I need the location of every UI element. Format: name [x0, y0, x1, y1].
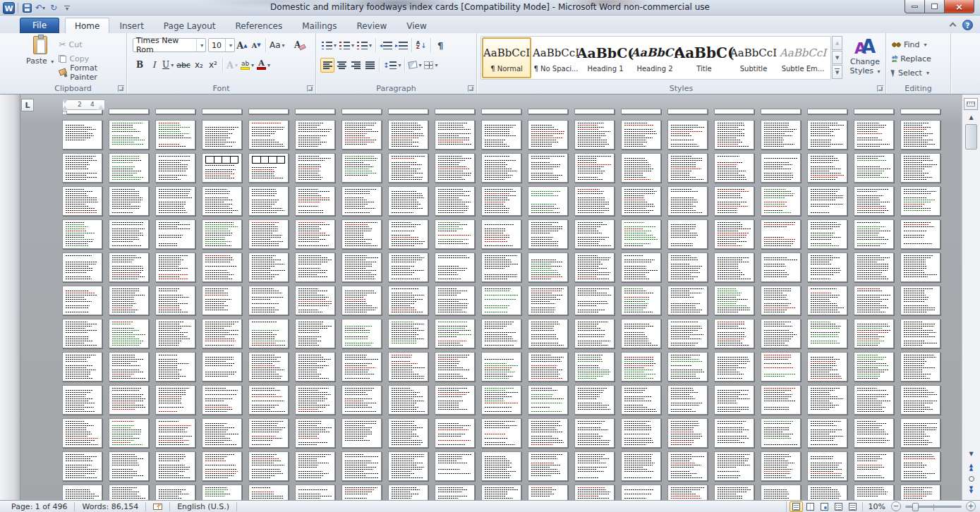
font-size-combo[interactable]: 10 ▾ [208, 38, 235, 52]
page-thumbnail[interactable] [435, 319, 475, 348]
page-thumbnail[interactable] [621, 219, 661, 249]
page-thumbnail[interactable] [202, 186, 242, 216]
page-thumbnail[interactable] [807, 219, 847, 249]
page-thumbnail[interactable] [62, 484, 102, 500]
page-thumbnail[interactable] [807, 252, 847, 282]
tab-home[interactable]: Home [65, 18, 109, 33]
page-thumbnail[interactable] [807, 153, 847, 183]
select-button[interactable]: Select ▾ [892, 66, 950, 80]
page-thumbnail[interactable] [109, 109, 149, 114]
page-thumbnail[interactable] [714, 153, 754, 183]
page-thumbnail[interactable] [388, 451, 428, 481]
page-thumbnail[interactable] [341, 219, 382, 249]
page-thumbnail[interactable] [900, 286, 940, 315]
style-heading-1[interactable]: AaBbC( Heading 1 [581, 37, 630, 78]
hanging-indent-marker[interactable] [62, 106, 68, 110]
restore-button[interactable] [925, 0, 945, 13]
tab-file[interactable]: File [20, 18, 59, 33]
page-thumbnail[interactable] [248, 219, 289, 249]
page-thumbnail[interactable] [109, 319, 149, 348]
page-thumbnail[interactable] [202, 385, 242, 415]
page-thumbnail[interactable] [62, 352, 102, 382]
page-thumbnail[interactable] [574, 418, 615, 448]
superscript-button[interactable]: x² [206, 58, 220, 73]
page-thumbnail[interactable] [341, 120, 382, 150]
page-thumbnail[interactable] [900, 418, 940, 448]
page-thumbnail[interactable] [621, 286, 661, 315]
page-thumbnail[interactable] [667, 451, 708, 481]
sort-button[interactable]: AZ ↓ [414, 38, 428, 53]
page-thumbnail[interactable] [62, 120, 102, 150]
page-thumbnail[interactable] [528, 219, 568, 249]
page-thumbnail[interactable] [481, 186, 521, 216]
page-thumbnail[interactable] [341, 286, 382, 315]
page-thumbnail[interactable] [62, 252, 102, 282]
replace-button[interactable]: abac Replace [892, 51, 950, 66]
page-thumbnail[interactable] [248, 352, 289, 382]
page-thumbnail[interactable] [295, 319, 335, 348]
page-thumbnail[interactable] [621, 484, 661, 500]
page-thumbnail[interactable] [248, 451, 289, 481]
page-thumbnail[interactable] [109, 120, 149, 150]
page-thumbnail[interactable] [621, 451, 661, 481]
customize-qat-button[interactable]: ▾ [61, 2, 73, 13]
page-thumbnail[interactable] [761, 120, 801, 150]
line-spacing-button[interactable]: ↕ ▾ [382, 58, 402, 73]
show-hide-pilcrow-button[interactable]: ¶ [433, 38, 447, 53]
grow-font-button[interactable]: A▲ [235, 38, 249, 53]
vertical-scrollbar[interactable]: ▲ ▼ ▲▲ ▼▼ [962, 95, 980, 500]
highlight-button[interactable]: ab ▾ [239, 58, 255, 73]
zoom-slider-track[interactable] [905, 506, 962, 508]
page-thumbnail[interactable] [202, 120, 242, 150]
help-button[interactable]: ? [962, 20, 973, 30]
close-button[interactable]: × [945, 0, 974, 13]
page-thumbnail[interactable] [621, 153, 661, 183]
page-thumbnail[interactable] [295, 252, 335, 282]
page-thumbnail[interactable] [761, 385, 801, 415]
page-thumbnail[interactable] [481, 319, 521, 348]
page-thumbnail[interactable] [574, 153, 615, 183]
style-title[interactable]: AaBbC( Title [679, 37, 729, 78]
page-thumbnail[interactable] [341, 484, 382, 500]
word-count-status[interactable]: Words: 86,154 [75, 502, 146, 511]
page-thumbnail[interactable] [155, 286, 195, 315]
page-thumbnail[interactable] [435, 352, 475, 382]
page-thumbnail[interactable] [714, 352, 754, 382]
page-thumbnail[interactable] [295, 385, 335, 415]
cut-button[interactable]: ✂ Cut [59, 37, 126, 51]
styles-dialog-launcher-icon[interactable] [877, 85, 883, 92]
undo-dropdown-icon[interactable]: ▾ [42, 5, 45, 11]
page-thumbnail[interactable] [435, 252, 475, 282]
style-subtitle[interactable]: AaBbCcI Subtitle [729, 37, 778, 78]
shading-button[interactable]: ▾ [407, 58, 423, 73]
page-thumbnail[interactable] [248, 484, 289, 500]
page-thumbnail[interactable] [528, 352, 568, 382]
page-thumbnail[interactable] [388, 120, 428, 150]
page-thumbnail[interactable] [248, 109, 289, 114]
page-thumbnail[interactable] [761, 286, 801, 315]
page-thumbnail[interactable] [667, 319, 708, 348]
page-thumbnail[interactable] [388, 186, 428, 216]
align-right-button[interactable] [349, 58, 363, 73]
page-thumbnail[interactable] [155, 252, 195, 282]
scrollbar-thumb[interactable] [965, 124, 977, 150]
page-thumbnail[interactable] [435, 219, 475, 249]
page-thumbnail[interactable] [62, 451, 102, 481]
page-thumbnail[interactable] [574, 352, 615, 382]
page-thumbnail[interactable] [574, 219, 615, 249]
page-thumbnail[interactable] [388, 252, 428, 282]
page-thumbnail[interactable] [667, 352, 708, 382]
page-thumbnail[interactable] [528, 286, 568, 315]
page-thumbnail[interactable] [854, 120, 894, 150]
page-thumbnail[interactable] [202, 252, 242, 282]
page-thumbnail[interactable] [481, 286, 521, 315]
page-thumbnail[interactable] [341, 352, 382, 382]
page-thumbnail[interactable] [341, 153, 382, 183]
page-thumbnail[interactable] [621, 252, 661, 282]
bullets-button[interactable]: ▾ [320, 38, 338, 53]
web-layout-view-button[interactable] [818, 501, 831, 512]
page-thumbnail[interactable] [574, 109, 615, 114]
page-thumbnail[interactable] [528, 186, 568, 216]
page-thumbnail[interactable] [155, 352, 195, 382]
page-thumbnail[interactable] [481, 120, 521, 150]
